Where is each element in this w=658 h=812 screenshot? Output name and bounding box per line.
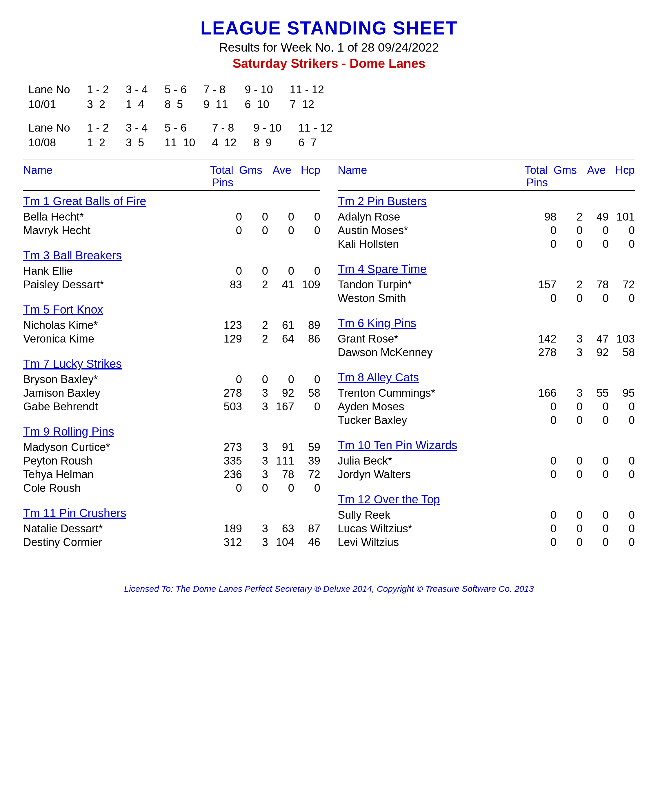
player-pins: 83 [207,278,242,291]
player-hcp: 0 [294,224,320,237]
player-ave: 78 [268,468,294,481]
player-pins: 273 [207,441,242,454]
player-ave: 0 [268,211,294,223]
lane-col-12-1: 1 - 2 [75,82,114,97]
player-gms: 0 [556,536,583,549]
player-pins: 157 [522,278,556,291]
player-ave: 0 [583,455,609,467]
player-row: Tandon Turpin*15727872 [338,278,635,291]
player-pins: 503 [207,401,242,413]
player-ave: 104 [268,536,294,549]
lane-col-78-2: 7 - 8 [200,120,242,135]
team-name-1: Tm 3 Ball Breakers [23,249,320,262]
player-name: Peyton Roush [23,455,207,467]
team-block-5: Tm 12 Over the TopSully Reek0000Lucas Wi… [338,493,635,549]
player-pins: 0 [522,468,556,481]
lane-section-1001: Lane No 1 - 2 3 - 4 5 - 6 7 - 8 9 - 10 1… [23,82,635,112]
player-name: Dawson McKenney [338,346,522,359]
right-pins-label: Pins [526,177,548,189]
lane-col-78-1: 7 - 8 [192,82,233,97]
player-name: Destiny Cormier [23,536,207,549]
team-name-3: Tm 8 Alley Cats [338,371,635,384]
player-pins: 0 [522,523,556,535]
player-pins: 142 [522,333,556,345]
lane-col-910-2: 9 - 10 [242,120,287,135]
player-pins: 335 [207,455,242,467]
player-gms: 3 [556,333,583,345]
team-block-0: Tm 2 Pin BustersAdalyn Rose98249101Austi… [338,195,635,251]
right-col-ave: Ave [577,164,606,189]
player-hcp: 0 [609,224,635,237]
player-gms: 3 [242,387,268,399]
player-name: Ayden Moses [338,401,522,413]
player-row: Levi Wiltzius0000 [338,535,635,549]
page-title: LEAGUE STANDING SHEET [23,17,635,39]
lane-col-34-1: 3 - 4 [114,82,153,97]
player-row: Peyton Roush335311139 [23,454,320,468]
page-footer: Licensed To: The Dome Lanes Perfect Secr… [23,584,635,594]
player-hcp: 95 [609,387,635,399]
player-row: Mavryk Hecht0000 [23,224,320,237]
player-name: Grant Rose* [338,333,522,345]
player-hcp: 0 [294,482,320,494]
player-ave: 64 [268,333,294,345]
player-ave: 41 [268,278,294,291]
player-row: Gabe Behrendt50331670 [23,400,320,413]
player-hcp: 72 [609,278,635,291]
team-block-4: Tm 10 Ten Pin WizardsJulia Beck*0000Jord… [338,439,635,481]
player-name: Tehya Helman [23,468,207,481]
player-ave: 91 [268,441,294,454]
player-row: Sully Reek0000 [338,508,635,522]
player-gms: 0 [242,373,268,386]
player-ave: 92 [583,346,609,359]
player-ave: 0 [268,265,294,277]
left-half: Name Total Pins Gms Ave Hcp Tm 1 Great B… [23,164,329,561]
team-name-5: Tm 12 Over the Top [338,493,635,506]
player-row: Bella Hecht*0000 [23,210,320,224]
left-col-gms: Gms [233,164,262,189]
player-ave: 0 [583,238,609,250]
player-pins: 123 [207,319,242,332]
lane-date-1001: 10/01 [23,97,75,112]
team-block-0: Tm 1 Great Balls of FireBella Hecht*0000… [23,195,320,237]
player-row: Grant Rose*142347103 [338,332,635,346]
player-hcp: 87 [294,523,320,535]
player-name: Levi Wiltzius [338,536,522,549]
player-ave: 167 [268,401,294,413]
player-ave: 47 [583,333,609,345]
player-row: Bryson Baxley*0000 [23,373,320,386]
team-name-2: Tm 5 Fort Knox [23,303,320,316]
player-ave: 0 [583,224,609,237]
right-total-label: Total [525,164,548,177]
lane-val-34-1001: 1 4 [114,97,153,112]
player-pins: 0 [207,265,242,277]
player-ave: 111 [268,455,294,467]
player-name: Adalyn Rose [338,211,522,223]
player-row: Trenton Cummings*16635595 [338,386,635,400]
page-header: LEAGUE STANDING SHEET Results for Week N… [23,17,635,71]
right-col-hcp: Hcp [606,164,635,189]
player-pins: 0 [207,373,242,386]
player-gms: 0 [242,482,268,494]
player-pins: 0 [522,401,556,413]
player-gms: 2 [242,333,268,345]
player-hcp: 0 [609,238,635,250]
player-hcp: 0 [294,265,320,277]
player-gms: 0 [556,523,583,535]
team-block-2: Tm 5 Fort KnoxNicholas Kime*12326189Vero… [23,303,320,346]
lane-val-34-1008: 3 5 [114,135,153,150]
team-name-2: Tm 6 King Pins [338,317,635,330]
player-row: Jordyn Walters0000 [338,468,635,481]
league-name: Saturday Strikers - Dome Lanes [23,56,635,71]
player-pins: 0 [522,509,556,521]
player-gms: 0 [556,292,583,305]
lane-val-1112-1001: 7 12 [278,97,329,112]
player-gms: 0 [556,414,583,427]
team-block-3: Tm 7 Lucky StrikesBryson Baxley*0000Jami… [23,357,320,413]
player-name: Trenton Cummings* [338,387,522,399]
player-name: Weston Smith [338,292,522,305]
player-ave: 0 [583,523,609,535]
player-gms: 3 [242,441,268,454]
page-subtitle: Results for Week No. 1 of 28 09/24/2022 [23,41,635,55]
lane-val-56-1001: 8 5 [153,97,192,112]
